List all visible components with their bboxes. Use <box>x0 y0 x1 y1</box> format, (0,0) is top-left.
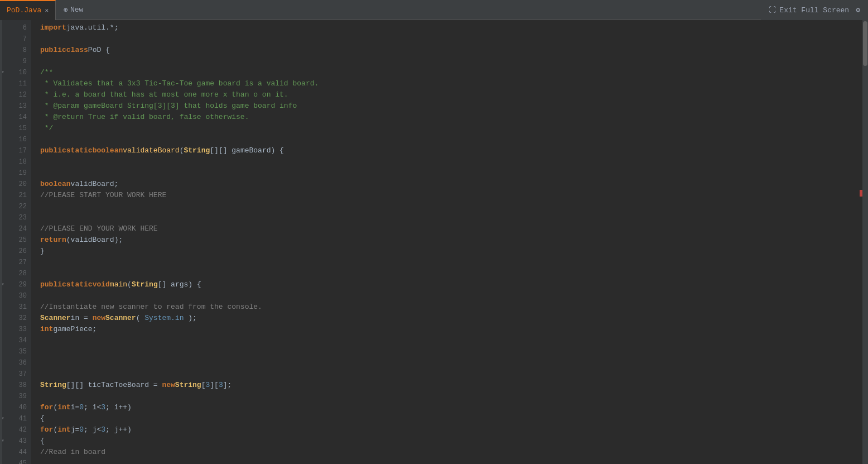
line-number-26: 26 <box>2 246 27 257</box>
code-line-41: { <box>40 413 862 424</box>
line-number-43: 43 <box>2 436 27 447</box>
line-number-23: 23 <box>2 212 27 223</box>
line-number-25: 25 <box>2 235 27 246</box>
line-number-28: 28 <box>2 268 27 279</box>
line-number-13: 13 <box>2 101 27 112</box>
line-number-37: 37 <box>2 369 27 380</box>
line-number-44: 44 <box>2 447 27 458</box>
line-number-40: 40 <box>2 402 27 413</box>
line-number-9: 9 <box>2 56 27 67</box>
code-line-28 <box>40 268 862 279</box>
code-line-37 <box>40 369 862 380</box>
line-number-19: 19 <box>2 168 27 179</box>
code-line-24: //PLEASE END YOUR WORK HERE <box>40 223 862 235</box>
line-number-7: 7 <box>2 34 27 45</box>
code-line-16 <box>40 134 862 145</box>
code-line-6: import java.util.*; <box>40 22 862 34</box>
line-number-36: 36 <box>2 357 27 369</box>
editor-container: ssib 67891011121314151617181920212223242… <box>0 20 868 464</box>
code-line-10: /** <box>40 67 862 78</box>
line-number-17: 17 <box>2 145 27 156</box>
code-line-12: * i.e. a board that has at most one more… <box>40 89 862 101</box>
code-line-39 <box>40 391 862 402</box>
line-number-18: 18 <box>2 156 27 168</box>
line-number-42: 42 <box>2 424 27 436</box>
line-number-33: 33 <box>2 324 27 335</box>
tab-label: PoD.Java <box>7 6 41 15</box>
line-number-14: 14 <box>2 112 27 123</box>
fullscreen-icon: ⛶ <box>769 6 776 15</box>
scrollbar-thumb[interactable] <box>863 21 867 66</box>
line-number-30: 30 <box>2 290 27 302</box>
code-line-9 <box>40 56 862 67</box>
code-line-23 <box>40 212 862 223</box>
code-line-40: for (int i=0; i<3; i++) <box>40 402 862 413</box>
line-number-21: 21 <box>2 190 27 201</box>
line-number-12: 12 <box>2 89 27 101</box>
code-line-11: * Validates that a 3x3 Tic-Tac-Toe game … <box>40 78 862 89</box>
code-line-20: boolean validBoard; <box>40 179 862 190</box>
line-number-39: 39 <box>2 391 27 402</box>
line-numbers: 6789101112131415161718192021222324252627… <box>2 20 31 464</box>
tab-pod-java[interactable]: PoD.Java ✕ <box>0 0 56 20</box>
code-line-25: return (validBoard); <box>40 235 862 246</box>
tab-bar: PoD.Java ✕ ⊕ New ⛶ Exit Full Screen ⚙ <box>0 0 868 20</box>
code-area[interactable]: import java.util.*;public class PoD { /*… <box>31 20 862 464</box>
settings-icon: ⚙ <box>856 6 860 15</box>
code-line-8: public class PoD { <box>40 45 862 56</box>
code-line-31: //Instantiate new scanner to read from t… <box>40 302 862 313</box>
code-line-22 <box>40 201 862 212</box>
line-number-45: 45 <box>2 458 27 464</box>
code-line-35 <box>40 346 862 357</box>
code-line-7 <box>40 34 862 45</box>
line-number-41: 41 <box>2 413 27 424</box>
exit-fullscreen-button[interactable]: ⛶ Exit Full Screen ⚙ <box>761 0 868 20</box>
code-line-32: Scanner in = new Scanner( System.in ); <box>40 313 862 324</box>
code-line-34 <box>40 335 862 346</box>
code-line-21: //PLEASE START YOUR WORK HERE <box>40 190 862 201</box>
close-icon[interactable]: ✕ <box>45 7 49 14</box>
code-line-45 <box>40 458 862 464</box>
line-number-10: 10 <box>2 67 27 78</box>
code-line-43: { <box>40 436 862 447</box>
code-line-27 <box>40 257 862 268</box>
plus-icon: ⊕ <box>64 6 68 15</box>
line-number-38: 38 <box>2 380 27 391</box>
line-number-22: 22 <box>2 201 27 212</box>
tab-new[interactable]: ⊕ New <box>56 0 91 20</box>
code-line-42: for (int j=0; j<3; j++) <box>40 424 862 436</box>
code-line-14: * @return True if valid board, false oth… <box>40 112 862 123</box>
line-number-15: 15 <box>2 123 27 134</box>
tab-new-label: New <box>70 6 83 14</box>
scrollbar-track[interactable] <box>862 20 868 464</box>
code-line-36 <box>40 357 862 369</box>
code-line-26: } <box>40 246 862 257</box>
line-number-34: 34 <box>2 335 27 346</box>
line-number-31: 31 <box>2 302 27 313</box>
exit-fullscreen-label: Exit Full Screen <box>779 6 849 15</box>
code-line-30 <box>40 290 862 302</box>
code-line-17: public static boolean validateBoard(Stri… <box>40 145 862 156</box>
code-line-13: * @param gameBoard String[3][3] that hol… <box>40 101 862 112</box>
code-line-33: int gamePiece; <box>40 324 862 335</box>
code-line-19 <box>40 168 862 179</box>
line-number-35: 35 <box>2 346 27 357</box>
code-line-29: public static void main(String[] args) { <box>40 279 862 290</box>
code-line-18 <box>40 156 862 168</box>
red-mark <box>860 190 862 197</box>
line-number-24: 24 <box>2 223 27 235</box>
line-number-29: 29 <box>2 279 27 290</box>
code-line-15: */ <box>40 123 862 134</box>
line-number-20: 20 <box>2 179 27 190</box>
line-number-6: 6 <box>2 22 27 34</box>
line-number-32: 32 <box>2 313 27 324</box>
code-line-38: String[][] ticTacToeBoard = new String[3… <box>40 380 862 391</box>
code-line-44: //Read in board <box>40 447 862 458</box>
line-number-27: 27 <box>2 257 27 268</box>
line-number-11: 11 <box>2 78 27 89</box>
line-number-8: 8 <box>2 45 27 56</box>
line-number-16: 16 <box>2 134 27 145</box>
